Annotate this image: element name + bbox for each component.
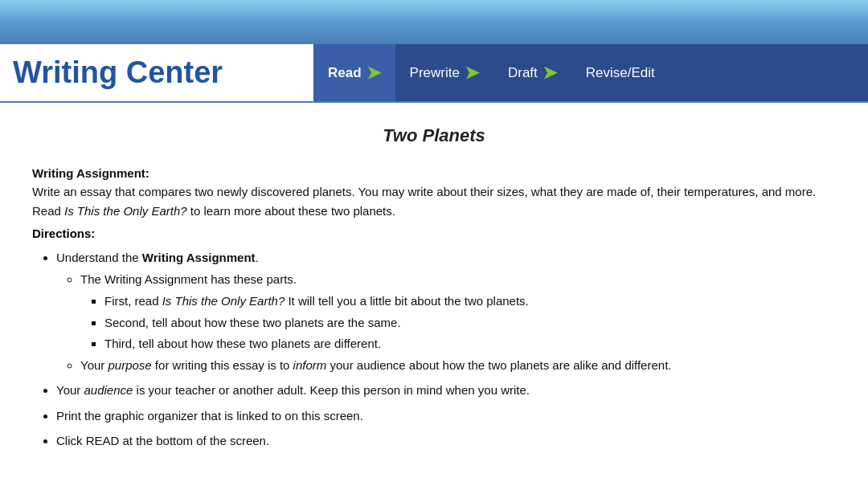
assignment-paragraph: Writing Assignment: Write an essay that …	[32, 164, 836, 220]
list-item: The Writing Assignment has these parts. …	[80, 270, 836, 353]
logo-area: Writing Center	[0, 44, 313, 101]
tab-read[interactable]: Read ➤	[313, 44, 395, 101]
list-item: Click READ at the bottom of the screen.	[56, 431, 836, 450]
list-item: First, read Is This the Only Earth? It w…	[104, 292, 836, 310]
tab-revise-edit-label: Revise/Edit	[586, 65, 655, 81]
tab-draft-label: Draft	[508, 65, 538, 81]
arrow-icon-3: ➤	[542, 63, 557, 84]
directions-heading: Directions:	[32, 227, 836, 240]
nav-tabs: Read ➤ Prewrite ➤ Draft ➤ Revise/Edit	[313, 44, 868, 101]
list-item: Your audience is your teacher or another…	[56, 381, 836, 399]
list-item: Second, tell about how these two planets…	[104, 313, 836, 332]
list-item: Your purpose for writing this essay is t…	[80, 356, 836, 374]
header-row: Writing Center Read ➤ Prewrite ➤ Draft ➤…	[0, 44, 868, 103]
inner-1-before: First, read	[104, 294, 162, 308]
assignment-heading: Writing Assignment:	[32, 166, 149, 180]
inner-3-text: Third, tell about how these two planets …	[104, 337, 381, 350]
bullet-3-text: Print the graphic organizer that is link…	[56, 409, 363, 423]
sub-item-2-italic2: inform	[293, 358, 327, 372]
bullet-2-before: Your	[56, 383, 84, 397]
middle-list-1: The Writing Assignment has these parts. …	[56, 270, 836, 374]
list-item: Print the graphic organizer that is link…	[56, 406, 836, 425]
bullet-2-after: is your teacher or another adult. Keep t…	[133, 383, 530, 397]
tab-prewrite-label: Prewrite	[410, 65, 460, 81]
inner-2-text: Second, tell about how these two planets…	[104, 316, 401, 329]
bullet-1-bold: Writing Assignment	[142, 251, 256, 264]
inner-1-after: It will tell you a little bit about the …	[285, 294, 529, 308]
bullet-1-text-after: .	[256, 251, 259, 264]
main-content: Two Planets Writing Assignment: Write an…	[0, 103, 868, 488]
bullet-2-italic: audience	[84, 383, 133, 397]
list-item: Third, tell about how these two planets …	[104, 334, 836, 353]
assignment-body-text-2: to learn more about these two planets.	[187, 204, 395, 218]
arrow-icon-2: ➤	[465, 63, 479, 84]
tab-draft[interactable]: Draft ➤	[493, 44, 571, 101]
bullet-1-text-before: Understand the	[56, 251, 142, 264]
sub-item-2-italic: purpose	[108, 358, 151, 372]
sub-item-2-after: for writing this essay is to	[152, 358, 293, 372]
sub-item-2-before: Your	[80, 358, 108, 372]
tab-read-label: Read	[328, 65, 362, 81]
directions-list: Understand the Writing Assignment. The W…	[32, 248, 836, 450]
sub-item-1-text: The Writing Assignment has these parts.	[80, 272, 297, 286]
inner-list-1: First, read Is This the Only Earth? It w…	[80, 292, 836, 353]
assignment-italic-text: Is This the Only Earth?	[64, 204, 187, 218]
sub-item-2-after2: your audience about how the two planets …	[326, 358, 671, 372]
app-title: Writing Center	[13, 55, 223, 90]
top-banner	[0, 0, 868, 44]
arrow-icon-1: ➤	[366, 63, 381, 84]
tab-revise-edit[interactable]: Revise/Edit	[571, 44, 669, 101]
page-title: Two Planets	[32, 125, 836, 146]
tab-prewrite[interactable]: Prewrite ➤	[395, 44, 493, 101]
list-item: Understand the Writing Assignment. The W…	[56, 248, 836, 375]
bullet-4-text: Click READ at the bottom of the screen.	[56, 434, 269, 447]
inner-1-italic: Is This the Only Earth?	[162, 294, 285, 308]
